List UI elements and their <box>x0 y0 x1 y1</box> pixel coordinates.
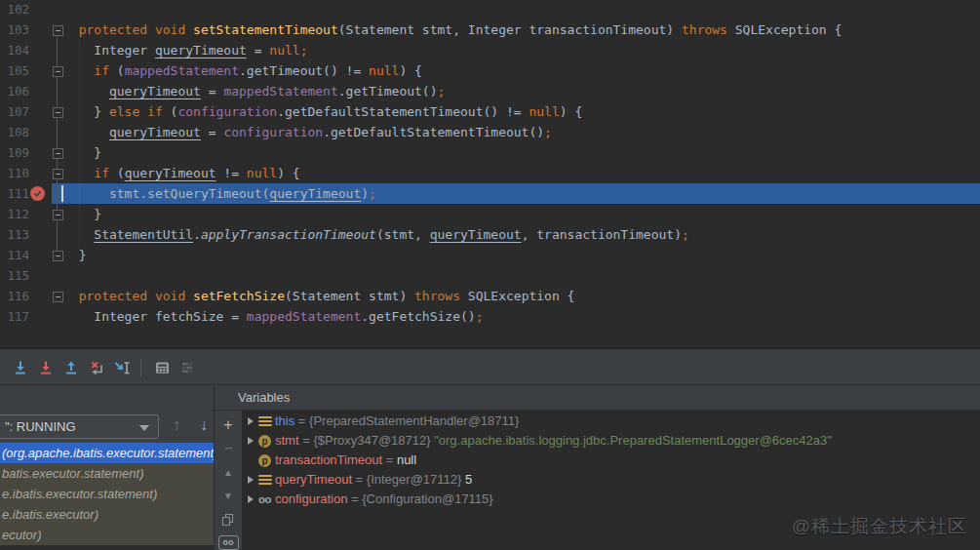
add-watch-button[interactable]: + <box>217 415 239 434</box>
fold-connector-line <box>57 29 58 255</box>
editor-gutter[interactable]: 1021031041051061071081091101111121131141… <box>0 0 52 348</box>
code-line[interactable]: } <box>63 245 86 265</box>
variable-row[interactable]: pstmt = {$Proxy347@18712} "org.apache.ib… <box>242 431 980 451</box>
fold-marker-icon[interactable] <box>53 107 63 118</box>
fold-marker-icon[interactable] <box>53 25 63 36</box>
code-line[interactable]: stmt.setQueryTimeout(queryTimeout); <box>63 183 376 204</box>
code-line[interactable]: if (mappedStatement.getTimeout() != null… <box>63 60 422 81</box>
line-number[interactable]: 110 <box>0 163 29 183</box>
code-line[interactable]: Integer queryTimeout = null; <box>63 40 307 60</box>
line-number[interactable]: 103 <box>0 20 29 40</box>
code-token: } <box>63 104 109 119</box>
stack-frame-item[interactable]: e.ibatis.executor) <box>0 504 214 525</box>
variable-reference-value: {Integer@17112} <box>367 472 462 487</box>
next-frame-button[interactable]: ↓ <box>193 412 214 438</box>
code-line[interactable]: Integer fetchSize = mappedStatement.getF… <box>63 306 483 327</box>
toolbar-separator <box>140 359 141 376</box>
code-token: else if <box>109 104 171 119</box>
line-number[interactable]: 113 <box>0 224 29 245</box>
force-step-into-button[interactable] <box>33 355 59 380</box>
code-token: ( <box>117 166 125 180</box>
stack-frame-item[interactable]: e.ibatis.executor.statement) <box>0 484 214 504</box>
code-line[interactable]: protected void setStatementTimeout(State… <box>63 20 842 40</box>
watermark: @稀土掘金技术社区 <box>792 514 967 539</box>
code-token: configuration <box>223 125 323 139</box>
line-number[interactable]: 114 <box>0 245 29 265</box>
variable-row[interactable]: ptransactionTimeout = null <box>242 451 980 470</box>
stack-frame-item[interactable]: batis.executor.statement) <box>0 463 214 484</box>
fold-marker-icon[interactable] <box>53 251 63 261</box>
panel-header: Variables <box>0 386 980 411</box>
code-line[interactable]: } <box>63 142 101 163</box>
step-out-button[interactable] <box>59 355 84 380</box>
move-watch-down-button[interactable]: ▼ <box>217 487 239 505</box>
code-token: throws <box>414 289 468 303</box>
variable-reference-value: {Configuration@17115} <box>362 491 492 506</box>
code-token <box>63 125 109 139</box>
duplicate-watch-button[interactable] <box>217 510 239 529</box>
code-line[interactable]: if (queryTimeout != null) { <box>63 163 300 183</box>
stack-frame-item[interactable]: (org.apache.ibatis.executor.statement) <box>0 443 214 463</box>
stack-frame-item[interactable]: ecutor) <box>0 525 214 545</box>
variable-row[interactable]: ooconfiguration = {Configuration@17115} <box>242 490 980 509</box>
line-number[interactable]: 116 <box>0 286 29 306</box>
move-watch-up-button[interactable]: ▲ <box>217 463 239 482</box>
line-number[interactable]: 105 <box>0 60 29 81</box>
drop-frame-button[interactable] <box>84 355 109 380</box>
fold-marker-icon[interactable] <box>53 292 63 302</box>
code-line[interactable]: StatementUtil.applyTransactionTimeout(st… <box>63 224 689 245</box>
expand-arrow-icon[interactable] <box>248 437 254 445</box>
code-line[interactable]: } <box>63 204 101 224</box>
line-number[interactable]: 112 <box>0 204 29 224</box>
code-line[interactable]: } else if (configuration.getDefaultState… <box>63 101 582 122</box>
code-token: .getDefaultStatementTimeout() != <box>277 104 529 119</box>
line-number[interactable]: 115 <box>0 265 29 286</box>
frames-list[interactable]: (org.apache.ibatis.executor.statement)ba… <box>0 443 214 545</box>
parameter-icon: p <box>258 435 271 448</box>
fold-marker-icon[interactable] <box>53 210 63 220</box>
line-number[interactable]: 102 <box>0 0 29 20</box>
line-number[interactable]: 111 <box>0 183 29 204</box>
line-number[interactable]: 107 <box>0 101 29 122</box>
show-watches-button[interactable]: oo <box>218 535 239 550</box>
line-number[interactable]: 106 <box>0 81 29 101</box>
breakpoint-icon[interactable] <box>30 186 45 201</box>
code-token: ; <box>300 43 308 58</box>
step-into-button[interactable] <box>8 355 33 380</box>
line-number[interactable]: 117 <box>0 306 29 327</box>
fold-marker-icon[interactable] <box>53 66 63 77</box>
expand-arrow-icon[interactable] <box>248 417 254 425</box>
fold-marker-icon[interactable] <box>53 148 63 159</box>
code-editor[interactable]: 1021031041051061071081091101111121131141… <box>0 0 980 348</box>
code-token <box>63 63 94 78</box>
equals-sign: = <box>382 452 397 467</box>
code-line[interactable]: queryTimeout = mappedStatement.getTimeou… <box>63 81 445 101</box>
equals-sign: = <box>294 413 309 428</box>
evaluate-expression-button[interactable] <box>149 355 175 380</box>
code-token: queryTimeout <box>155 43 247 58</box>
line-number[interactable]: 109 <box>0 142 29 163</box>
code-line[interactable]: protected void setFetchSize(Statement st… <box>63 286 574 306</box>
code-token: throws <box>682 22 735 37</box>
thread-dropdown[interactable]: ": RUNNING <box>0 414 159 439</box>
previous-frame-button[interactable]: ↑ <box>166 412 187 438</box>
code-token: = <box>201 84 223 98</box>
line-number[interactable]: 108 <box>0 122 29 142</box>
code-token: protected void <box>79 289 193 303</box>
code-token: setStatementTimeout <box>193 22 338 37</box>
code-token: protected void <box>79 22 193 37</box>
variable-row[interactable]: queryTimeout = {Integer@17112} 5 <box>242 470 980 490</box>
expand-arrow-icon[interactable] <box>248 476 254 484</box>
fold-marker-icon[interactable] <box>53 169 63 179</box>
line-number[interactable]: 104 <box>0 40 29 60</box>
remove-watch-button[interactable]: − <box>217 439 239 457</box>
variables-panel-title: Variables <box>238 390 290 405</box>
expand-arrow-icon[interactable] <box>248 495 254 503</box>
layout-settings-button[interactable] <box>175 355 200 380</box>
variable-row[interactable]: this = {PreparedStatementHandler@18711} <box>242 412 980 431</box>
local-variable-icon <box>258 414 272 428</box>
code-token: ) { <box>560 104 582 119</box>
run-to-cursor-button[interactable] <box>109 355 135 380</box>
code-line[interactable]: queryTimeout = configuration.getDefaultS… <box>63 122 552 142</box>
code-token: queryTimeout <box>269 186 361 201</box>
